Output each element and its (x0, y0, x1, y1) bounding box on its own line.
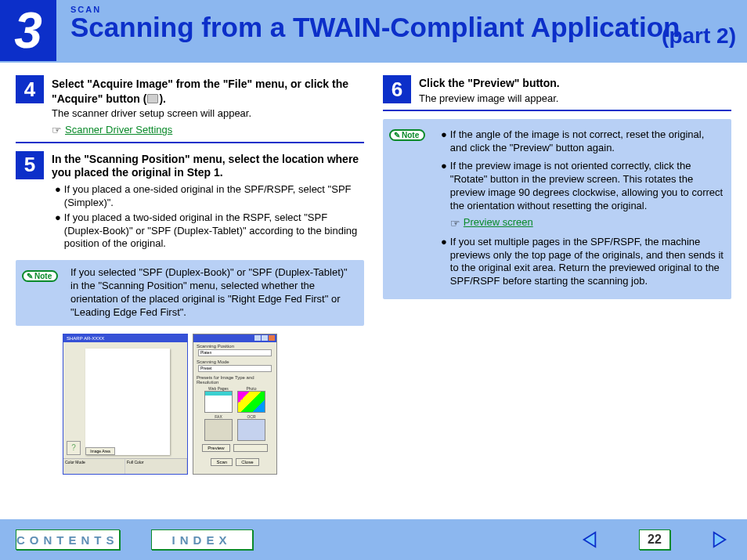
presets-label: Presets for Image Type and Resolution (193, 374, 276, 385)
step-title: Click the "Preview" button. (419, 77, 731, 91)
right-column: 6 Click the "Preview" button. The previe… (383, 75, 731, 509)
left-column: 4 Select "Acquire Image" from the "File"… (16, 75, 364, 509)
note-text: If you selected "SPF (Duplex-Book)" or "… (70, 266, 356, 320)
scanmode-field: Preset (198, 365, 272, 372)
page-footer: CONTENTS INDEX 22 (0, 519, 747, 560)
help-icon: ? (67, 441, 81, 455)
scanmode-label: Scanning Mode (193, 358, 276, 364)
pointer-icon: ☞ (450, 216, 460, 230)
step-title-part-b: ). (159, 92, 166, 105)
header-titles: SCAN Scanning from a TWAIN-Compliant App… (56, 0, 747, 63)
scanpos-label: Scanning Position (193, 342, 276, 349)
part-label: (part 2) (662, 23, 736, 49)
step-title: In the "Scanning Position" menu, select … (52, 153, 364, 180)
close-icon (269, 335, 275, 341)
driver-screenshot: SHARP AR-XXXX ? Image Area Color ModeFul… (63, 334, 364, 475)
note-bullet: If the angle of the image is not correct… (450, 128, 724, 155)
chapter-number: 3 (0, 0, 56, 61)
note-bullet: If you set multiple pages in the SPF/RSP… (450, 236, 724, 289)
acquire-button-icon (147, 94, 158, 103)
step-number: 5 (16, 151, 44, 179)
page-header: 3 SCAN Scanning from a TWAIN-Compliant A… (0, 0, 747, 63)
note-badge: ✎Note (22, 270, 58, 282)
step-desc: The scanner driver setup screen will app… (52, 107, 364, 121)
note-bullet: If the preview image is not oriented cor… (450, 160, 723, 211)
page-title: Scanning from a TWAIN-Compliant Applicat… (70, 13, 747, 43)
divider (16, 142, 364, 143)
note-box-step5: ✎Note If you selected "SPF (Duplex-Book)… (16, 260, 364, 326)
note-badge: ✎Note (389, 129, 425, 141)
scanpos-field: Platen (198, 349, 272, 356)
prev-page-arrow[interactable] (578, 529, 601, 550)
step-desc: The preview image will appear. (419, 92, 731, 106)
svg-marker-1 (714, 533, 726, 547)
close-button-thumb: Close (236, 458, 258, 466)
preview-window-thumb: SHARP AR-XXXX ? Image Area Color ModeFul… (63, 334, 188, 475)
bullet-text: If you placed a two-sided original in th… (64, 211, 364, 251)
bullet-text: If you placed a one-sided original in th… (64, 183, 364, 210)
note-box-step6: ✎Note ●If the angle of the image is not … (383, 119, 731, 299)
scanner-driver-settings-link[interactable]: Scanner Driver Settings (65, 124, 172, 135)
settings-panel-thumb: Scanning Position Platen Scanning Mode P… (193, 334, 277, 475)
page-number: 22 (639, 529, 670, 550)
page-body: 4 Select "Acquire Image" from the "File"… (0, 63, 747, 509)
titlebar: SHARP AR-XXXX (63, 334, 187, 342)
scan-button-thumb: Scan (211, 458, 233, 466)
quick-preview-thumb (233, 444, 268, 452)
step-title-part-a: Select "Acquire Image" from the "File" m… (52, 78, 348, 105)
svg-marker-0 (584, 533, 596, 547)
index-button[interactable]: INDEX (151, 529, 253, 550)
step-number: 6 (383, 75, 411, 103)
preview-page-area (85, 349, 170, 455)
divider (383, 110, 731, 111)
step-4: 4 Select "Acquire Image" from the "File"… (16, 75, 364, 143)
step-6: 6 Click the "Preview" button. The previe… (383, 75, 731, 111)
step-5: 5 In the "Scanning Position" menu, selec… (16, 151, 364, 252)
contents-button[interactable]: CONTENTS (16, 529, 120, 550)
step-number: 4 (16, 75, 44, 103)
preview-screen-link[interactable]: Preview screen (464, 216, 533, 229)
next-page-arrow[interactable] (708, 529, 731, 550)
pointer-icon: ☞ (52, 124, 62, 136)
preview-button-thumb: Preview (202, 444, 229, 452)
image-area-button: Image Area (85, 447, 115, 455)
